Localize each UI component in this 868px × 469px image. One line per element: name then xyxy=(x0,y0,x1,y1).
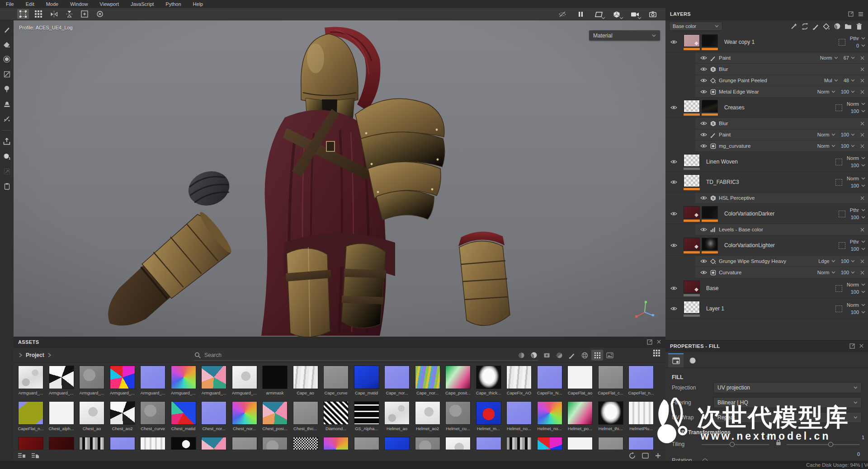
effect-row[interactable]: Levels - Base color xyxy=(695,224,868,235)
asset-item[interactable]: Armguard_... xyxy=(79,366,104,395)
visibility-eye-icon[interactable] xyxy=(699,227,708,232)
procedural-filter-button[interactable] xyxy=(579,350,590,361)
material-picker-button[interactable]: 1 xyxy=(1,151,12,162)
asset-thumbnail[interactable] xyxy=(567,366,593,389)
remove-effect-icon[interactable] xyxy=(860,259,864,263)
asset-item[interactable]: Helmet_cu... xyxy=(445,401,471,431)
expand-panel-icon[interactable] xyxy=(849,343,855,349)
selection-grid-button[interactable] xyxy=(17,9,29,19)
projection-tool-button[interactable] xyxy=(1,54,12,65)
asset-thumbnail[interactable] xyxy=(140,401,165,425)
asset-thumbnail[interactable] xyxy=(140,366,165,389)
asset-item[interactable]: Cape_nor... xyxy=(384,366,410,395)
asset-thumbnail[interactable] xyxy=(476,401,501,425)
layer-content-thumb[interactable] xyxy=(684,206,700,219)
tiling-slider-x[interactable] xyxy=(702,444,769,445)
blend-mode-dropdown[interactable]: Pthr xyxy=(850,35,865,42)
layer-thumbnail[interactable] xyxy=(684,34,700,50)
transform-tool-button[interactable] xyxy=(1,166,12,177)
layer-content-thumb[interactable] xyxy=(684,154,700,167)
effect-row[interactable]: SHSL Perceptive xyxy=(695,192,868,204)
opacity-dropdown[interactable]: 67 xyxy=(844,55,855,61)
opacity-dropdown[interactable]: 100 xyxy=(841,132,855,137)
effect-row[interactable]: PaintNorm67 xyxy=(695,52,868,64)
particles-tool-button[interactable] xyxy=(1,113,12,124)
asset-item[interactable]: Cape_curve xyxy=(323,366,349,395)
asset-item[interactable]: Diamond... xyxy=(323,401,349,431)
visibility-eye-icon[interactable] xyxy=(669,211,678,216)
panel-menu-icon[interactable] xyxy=(858,11,863,17)
remove-effect-icon[interactable] xyxy=(860,56,864,60)
breadcrumb-project[interactable]: Project xyxy=(26,352,44,358)
layer-thumbnail[interactable] xyxy=(684,100,700,116)
close-panel-icon[interactable] xyxy=(859,344,863,348)
layer-content-thumb[interactable] xyxy=(684,34,700,47)
layer-content-thumb[interactable] xyxy=(684,301,700,314)
asset-item[interactable]: Cape_matid xyxy=(354,366,379,395)
model-3d-spartan-armor[interactable] xyxy=(14,20,665,337)
axis-gizmo[interactable] xyxy=(634,300,656,319)
visibility-eye-icon[interactable] xyxy=(669,40,678,44)
asset-thumbnail[interactable] xyxy=(201,366,226,389)
asset-item[interactable]: Chest_curve xyxy=(140,401,165,431)
layer-thumbnail[interactable] xyxy=(684,238,700,253)
layer-content-thumb[interactable] xyxy=(684,100,700,113)
asset-item[interactable]: Helmet_ao xyxy=(384,401,410,431)
visibility-eye-icon[interactable] xyxy=(699,196,708,200)
asset-thumbnail[interactable] xyxy=(171,366,196,389)
mask-thumbnail[interactable] xyxy=(702,100,718,116)
asset-thumbnail[interactable] xyxy=(415,366,440,389)
visibility-eye-icon[interactable] xyxy=(699,121,708,126)
opacity-dropdown[interactable]: 100 xyxy=(851,162,865,169)
opacity-dropdown[interactable]: 100 xyxy=(851,182,865,189)
asset-thumbnail[interactable] xyxy=(598,401,623,425)
brush-button[interactable] xyxy=(810,22,821,31)
remove-effect-icon[interactable] xyxy=(860,122,864,126)
asset-item[interactable]: CapeFlat_ao xyxy=(567,366,593,395)
asset-thumbnail[interactable] xyxy=(49,401,74,425)
blend-mode-dropdown[interactable]: Pthr xyxy=(850,238,865,245)
asset-thumbnail[interactable] xyxy=(110,366,135,389)
layer-select-box[interactable] xyxy=(839,211,845,217)
channel-dropdown[interactable]: Base color xyxy=(669,22,722,31)
layer-thumbnail[interactable] xyxy=(684,301,700,317)
frame-view-button[interactable] xyxy=(79,9,90,19)
menu-item-file[interactable]: File xyxy=(0,0,20,8)
layer-row[interactable]: Layer 1Norm100 xyxy=(665,299,868,319)
asset-item[interactable]: CapeFix_N... xyxy=(537,366,562,395)
opacity-dropdown[interactable]: 100 xyxy=(841,89,855,94)
asset-thumbnail[interactable] xyxy=(476,366,501,389)
effect-row[interactable]: SBlur xyxy=(695,118,868,129)
symmetry-x-button[interactable] xyxy=(48,9,60,19)
asset-item[interactable]: GS_Alpha... xyxy=(354,401,379,431)
menu-item-python[interactable]: Python xyxy=(160,0,187,8)
remove-effect-icon[interactable] xyxy=(860,228,864,232)
asset-thumbnail[interactable] xyxy=(323,366,349,389)
asset-item[interactable]: Cape_ao xyxy=(293,366,318,395)
effect-row[interactable]: mg_curvatureNorm100 xyxy=(695,141,868,152)
texture-grid-filter-button[interactable] xyxy=(591,350,603,361)
layer-row[interactable]: BaseNorm100 xyxy=(665,278,868,299)
asset-item[interactable]: Armguard_... xyxy=(110,366,135,395)
blend-mode-dropdown[interactable]: Norm xyxy=(817,270,835,275)
layer-content-thumb[interactable] xyxy=(684,238,700,250)
refresh-icon[interactable] xyxy=(629,452,636,459)
expand-panel-icon[interactable] xyxy=(647,339,652,345)
clone-tool-button[interactable] xyxy=(1,98,12,109)
blend-mode-dropdown[interactable]: Norm xyxy=(847,301,865,309)
layer-thumbnail[interactable] xyxy=(684,281,700,296)
opacity-dropdown[interactable]: 0 xyxy=(856,42,865,49)
asset-item[interactable]: CapeFlat_n... xyxy=(628,366,654,395)
add-asset-icon[interactable] xyxy=(655,453,661,459)
layer-row[interactable]: Wear copy 1Pthr0 xyxy=(665,32,868,52)
opacity-dropdown[interactable]: 100 xyxy=(851,288,865,295)
asset-thumbnail[interactable] xyxy=(415,401,440,425)
asset-search[interactable] xyxy=(194,350,538,361)
property-dropdown[interactable]: UV projection xyxy=(713,382,862,393)
blend-mode-dropdown[interactable]: Ldge xyxy=(818,258,835,264)
visibility-eye-icon[interactable] xyxy=(699,144,708,148)
paint-tool-button[interactable] xyxy=(1,24,12,35)
asset-item[interactable]: Armguard_... xyxy=(171,366,196,395)
mask-thumbnail[interactable] xyxy=(702,206,718,222)
visibility-eye-icon[interactable] xyxy=(699,132,708,137)
